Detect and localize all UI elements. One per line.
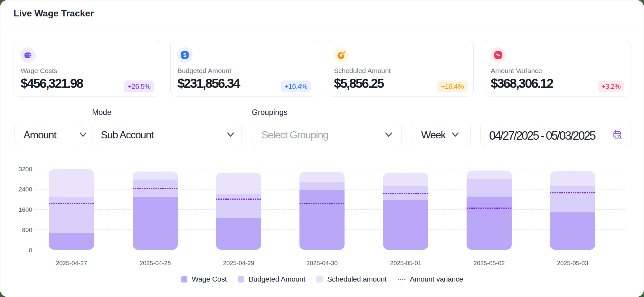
svg-text:$: $	[183, 52, 186, 58]
